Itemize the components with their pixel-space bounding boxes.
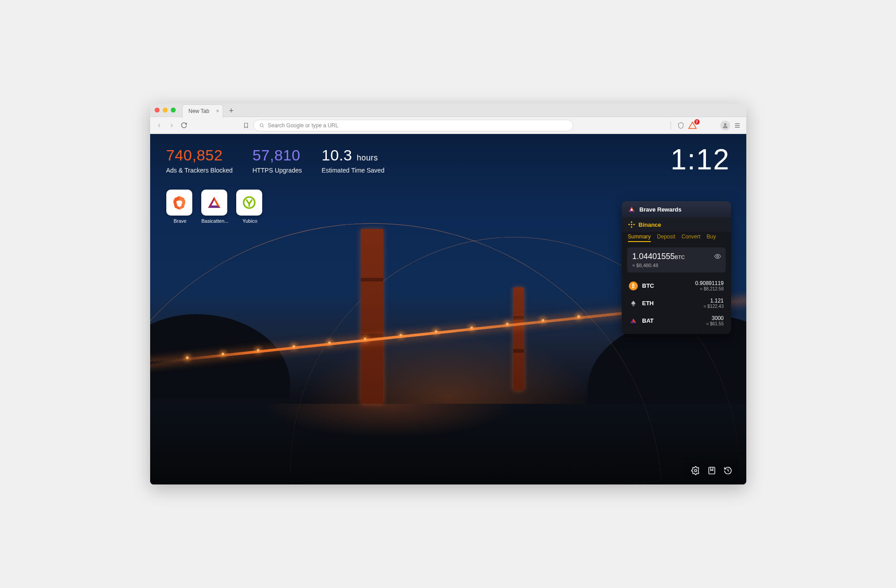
topsite-label: Brave — [166, 218, 194, 224]
tab-buy[interactable]: Buy — [707, 233, 716, 242]
minimize-window-button[interactable] — [163, 108, 168, 112]
stat-label: Ads & Trackers Blocked — [166, 167, 233, 174]
topsite-label: Basicatten... — [201, 218, 229, 224]
widgets-panel: Brave Rewards Binance Summary Deposit — [622, 201, 731, 334]
omnibox[interactable]: Search Google or type a URL — [253, 120, 573, 131]
asset-amount: 3000 ≈ $61.55 — [706, 315, 724, 326]
stat-https-upgrades: 57,810 HTTPS Upgrades — [252, 147, 302, 174]
binance-tabs: Summary Deposit Convert Buy — [622, 232, 731, 246]
svg-line-1 — [263, 126, 264, 127]
search-icon — [259, 123, 264, 128]
bookmark-page-icon[interactable] — [707, 466, 717, 476]
bat-icon — [629, 316, 638, 325]
svg-rect-17 — [630, 226, 632, 228]
new-tab-page: 740,852 Ads & Trackers Blocked 57,810 HT… — [150, 134, 746, 484]
stat-time-saved: 10.3 hours Estimated Time Saved — [322, 147, 385, 174]
shields-icon[interactable] — [676, 121, 685, 130]
btc-icon: ₿ — [629, 281, 638, 290]
browser-tab[interactable]: New Tab × — [182, 104, 223, 118]
toolbar-divider — [671, 121, 671, 130]
svg-point-27 — [694, 470, 697, 472]
stat-ads-blocked: 740,852 Ads & Trackers Blocked — [166, 147, 233, 174]
asset-row-bat[interactable]: BAT 3000 ≈ $61.55 — [622, 312, 731, 329]
binance-icon — [628, 221, 635, 228]
tab-summary[interactable]: Summary — [628, 233, 651, 242]
tab-title: New Tab — [189, 108, 209, 114]
stat-value: 57,810 — [252, 147, 302, 164]
asset-symbol: ETH — [642, 300, 654, 307]
brave-rewards-toolbar-icon[interactable]: 7 — [688, 121, 697, 130]
rewards-badge: 7 — [694, 119, 700, 125]
topsite-label: Yubico — [236, 218, 264, 224]
settings-gear-icon[interactable] — [691, 466, 701, 476]
stats-row: 740,852 Ads & Trackers Blocked 57,810 HT… — [166, 147, 385, 174]
balance-box: 1.04401555BTC ≈ $8,480.48 — [627, 247, 726, 272]
toolbar: Search Google or type a URL 7 — [150, 117, 746, 134]
bridge-tower — [361, 229, 383, 404]
bookmark-icon[interactable] — [242, 121, 251, 130]
svg-point-21 — [717, 255, 719, 257]
bat-triangle-icon — [201, 190, 227, 216]
window-controls — [155, 108, 176, 112]
asset-symbol: BAT — [642, 317, 654, 324]
top-sites: Brave Basicatten... — [166, 190, 264, 224]
asset-amount: 1.121 ≈ $122.43 — [704, 298, 723, 309]
svg-rect-28 — [709, 467, 714, 474]
svg-point-3 — [724, 123, 726, 125]
hamburger-menu-icon[interactable] — [733, 121, 742, 130]
stat-label: Estimated Time Saved — [322, 167, 385, 174]
topsite-tile-brave[interactable]: Brave — [166, 190, 194, 224]
asset-row-eth[interactable]: ETH 1.121 ≈ $122.43 — [622, 294, 731, 312]
svg-point-0 — [260, 124, 263, 127]
svg-rect-20 — [630, 224, 632, 225]
svg-rect-19 — [633, 224, 635, 225]
reload-button[interactable] — [180, 121, 189, 130]
eth-icon — [629, 299, 638, 308]
asset-row-btc[interactable]: ₿ BTC 0.90891119 ≈ $8,212.58 — [622, 277, 731, 294]
forward-button[interactable] — [167, 121, 176, 130]
binance-header[interactable]: Binance — [622, 217, 731, 232]
topsite-tile-bat[interactable]: Basicatten... — [201, 190, 229, 224]
corner-controls — [691, 466, 733, 476]
tab-deposit[interactable]: Deposit — [657, 233, 675, 242]
yubico-icon — [236, 190, 262, 216]
history-icon[interactable] — [723, 466, 733, 476]
stat-value: 740,852 — [166, 147, 233, 164]
tab-close-icon[interactable]: × — [216, 108, 219, 114]
stat-value: 10.3 hours — [322, 147, 385, 164]
binance-title: Binance — [639, 221, 662, 228]
brave-lion-icon — [166, 190, 192, 216]
maximize-window-button[interactable] — [171, 108, 176, 112]
new-tab-button[interactable]: + — [226, 106, 237, 117]
balance-amount: 1.04401555BTC — [632, 252, 720, 261]
profile-avatar[interactable] — [720, 121, 730, 130]
svg-rect-16 — [630, 221, 632, 223]
bridge-tower — [513, 287, 524, 390]
browser-window: New Tab × + Search Google or type a URL — [150, 104, 746, 484]
bat-icon — [628, 206, 635, 213]
rewards-title: Brave Rewards — [640, 206, 682, 213]
eye-icon[interactable] — [714, 253, 721, 260]
omnibox-placeholder: Search Google or type a URL — [268, 122, 338, 129]
asset-amount: 0.90891119 ≈ $8,212.58 — [695, 280, 723, 291]
topsite-tile-yubico[interactable]: Yubico — [236, 190, 264, 224]
clock: 1:12 — [671, 143, 730, 176]
svg-marker-22 — [631, 301, 636, 305]
stat-label: HTTPS Upgrades — [252, 167, 302, 174]
tab-convert[interactable]: Convert — [682, 233, 701, 242]
asset-symbol: BTC — [642, 282, 654, 289]
back-button[interactable] — [155, 121, 164, 130]
balance-fiat: ≈ $8,480.48 — [632, 263, 720, 268]
svg-rect-18 — [628, 224, 630, 225]
close-window-button[interactable] — [155, 108, 160, 112]
titlebar: New Tab × + — [150, 104, 746, 117]
brave-rewards-header[interactable]: Brave Rewards — [622, 201, 731, 217]
